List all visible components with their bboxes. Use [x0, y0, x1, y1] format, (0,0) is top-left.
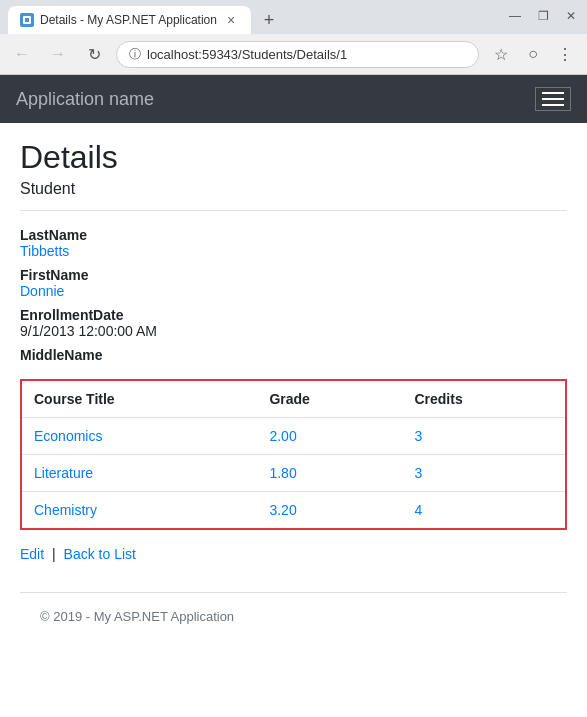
- page-title: Details: [20, 139, 567, 176]
- footer: © 2019 - My ASP.NET Application: [20, 592, 567, 640]
- browser-controls: ← → ↻ ⓘ localhost:59343/Students/Details…: [0, 34, 587, 74]
- table-row: Literature1.803: [22, 455, 565, 492]
- close-window-button[interactable]: ✕: [563, 8, 579, 24]
- edit-link[interactable]: Edit: [20, 546, 44, 562]
- address-bar[interactable]: ⓘ localhost:59343/Students/Details/1: [116, 41, 479, 68]
- course-table-head: Course Title Grade Credits: [22, 381, 565, 418]
- browser-actions: ☆ ○ ⋮: [487, 40, 579, 68]
- bookmark-button[interactable]: ☆: [487, 40, 515, 68]
- course-table-body: Economics2.003Literature1.803Chemistry3.…: [22, 418, 565, 529]
- firstname-label: FirstName: [20, 267, 567, 283]
- navbar: Application name: [0, 75, 587, 123]
- course-title-1[interactable]: Literature: [22, 455, 257, 492]
- favicon-inner: [23, 16, 31, 24]
- middlename-label: MiddleName: [20, 347, 567, 363]
- browser-chrome: Details - My ASP.NET Application × + — ❐…: [0, 0, 587, 75]
- refresh-button[interactable]: ↻: [80, 40, 108, 68]
- enrollmentdate-label: EnrollmentDate: [20, 307, 567, 323]
- link-separator: |: [52, 546, 56, 562]
- tab-bar-area: Details - My ASP.NET Application × + — ❐…: [0, 0, 587, 74]
- field-lastname: LastName Tibbetts: [20, 227, 567, 259]
- course-grade-1: 1.80: [257, 455, 402, 492]
- toggler-bar-2: [542, 98, 564, 100]
- footer-text: © 2019 - My ASP.NET Application: [40, 609, 234, 624]
- address-text: localhost:59343/Students/Details/1: [147, 47, 466, 62]
- minimize-button[interactable]: —: [507, 8, 523, 24]
- forward-button[interactable]: →: [44, 40, 72, 68]
- field-middlename: MiddleName: [20, 347, 567, 363]
- divider-1: [20, 210, 567, 211]
- page-subtitle: Student: [20, 180, 567, 198]
- navbar-toggler[interactable]: [535, 87, 571, 111]
- course-table: Course Title Grade Credits Economics2.00…: [22, 381, 565, 528]
- tab-bar: Details - My ASP.NET Application × + — ❐…: [0, 0, 587, 34]
- course-grade-0: 2.00: [257, 418, 402, 455]
- course-credits-2: 4: [402, 492, 565, 529]
- course-credits-0: 3: [402, 418, 565, 455]
- col-credits: Credits: [402, 381, 565, 418]
- lastname-value[interactable]: Tibbetts: [20, 243, 567, 259]
- main-content: Details Student LastName Tibbetts FirstN…: [0, 123, 587, 656]
- col-course-title: Course Title: [22, 381, 257, 418]
- tab-close-button[interactable]: ×: [223, 12, 239, 28]
- toggler-bar-3: [542, 104, 564, 106]
- field-enrollmentdate: EnrollmentDate 9/1/2013 12:00:00 AM: [20, 307, 567, 339]
- active-tab[interactable]: Details - My ASP.NET Application ×: [8, 6, 251, 34]
- back-to-list-link[interactable]: Back to List: [64, 546, 136, 562]
- course-title-2[interactable]: Chemistry: [22, 492, 257, 529]
- course-table-container: Course Title Grade Credits Economics2.00…: [20, 379, 567, 530]
- course-title-0[interactable]: Economics: [22, 418, 257, 455]
- restore-button[interactable]: ❐: [535, 8, 551, 24]
- tab-title: Details - My ASP.NET Application: [40, 13, 217, 27]
- lastname-label: LastName: [20, 227, 567, 243]
- back-button[interactable]: ←: [8, 40, 36, 68]
- tab-favicon: [20, 13, 34, 27]
- course-credits-1: 3: [402, 455, 565, 492]
- table-header-row: Course Title Grade Credits: [22, 381, 565, 418]
- toggler-bar-1: [542, 92, 564, 94]
- col-grade: Grade: [257, 381, 402, 418]
- new-tab-button[interactable]: +: [255, 6, 283, 34]
- field-firstname: FirstName Donnie: [20, 267, 567, 299]
- browser-menu-button[interactable]: ⋮: [551, 40, 579, 68]
- action-links: Edit | Back to List: [20, 546, 567, 562]
- course-grade-2: 3.20: [257, 492, 402, 529]
- firstname-value[interactable]: Donnie: [20, 283, 567, 299]
- table-row: Chemistry3.204: [22, 492, 565, 529]
- table-row: Economics2.003: [22, 418, 565, 455]
- enrollmentdate-value: 9/1/2013 12:00:00 AM: [20, 323, 567, 339]
- address-lock-icon: ⓘ: [129, 46, 141, 63]
- profile-button[interactable]: ○: [519, 40, 547, 68]
- navbar-brand[interactable]: Application name: [16, 89, 154, 110]
